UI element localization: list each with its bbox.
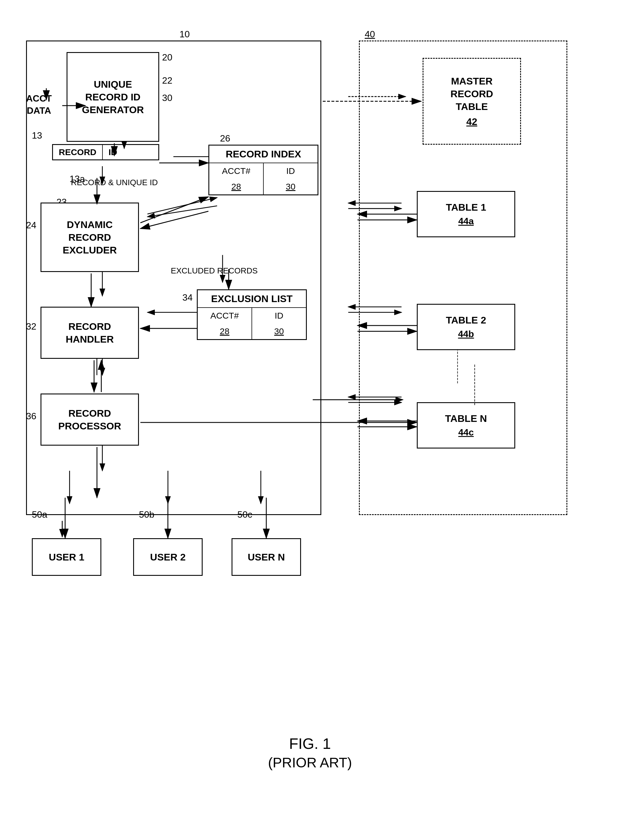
record-processor-box: RECORDPROCESSOR xyxy=(41,394,139,446)
ref-30-top-label: 30 xyxy=(162,93,173,103)
record-index-col1: ACCT# 28 xyxy=(209,163,264,194)
userN-box: USER N xyxy=(232,538,301,576)
ref-34-label: 34 xyxy=(182,292,193,303)
table2-box: TABLE 2 44b xyxy=(417,304,515,350)
ref-24-label: 24 xyxy=(26,220,36,231)
unique-record-id-generator-box: UNIQUERECORD IDGENERATOR xyxy=(66,52,159,142)
ref-50a-label: 50a xyxy=(32,509,47,520)
ref-26-label: 26 xyxy=(220,133,230,144)
record-handler-box: RECORDHANDLER xyxy=(41,307,139,359)
exclusion-list-col1: ACCT# 28 xyxy=(198,308,252,339)
exclusion-list-box: EXCLUSION LIST ACCT# 28 ID 30 xyxy=(197,289,307,340)
record-cell: RECORD xyxy=(53,145,103,159)
dynamic-record-excluder-box: DYNAMICRECORDEXCLUDER xyxy=(41,203,139,272)
record-id-row: RECORD ID xyxy=(52,144,159,160)
record-index-box: RECORD INDEX ACCT# 28 ID 30 xyxy=(208,145,318,195)
ref-13-label: 13 xyxy=(32,130,42,141)
ref-10-label: 10 xyxy=(179,29,190,40)
record-index-col2: ID 30 xyxy=(264,163,318,194)
exclusion-list-col2: ID 30 xyxy=(252,308,306,339)
ref-50c-label: 50c xyxy=(237,509,253,520)
id-cell: ID xyxy=(103,145,123,159)
record-unique-id-label: RECORD & UNIQUE ID xyxy=(71,178,158,187)
excluded-records-label: EXCLUDED RECORDS xyxy=(171,266,257,275)
tableN-box: TABLE N 44c xyxy=(417,402,515,448)
ref-36-label: 36 xyxy=(26,411,36,422)
user2-box: USER 2 xyxy=(133,538,203,576)
fig-caption: FIG. 1 (PRIOR ART) xyxy=(17,735,603,771)
acct-data-label: ACCTDATA xyxy=(26,93,52,117)
ref-20-label: 20 xyxy=(162,52,173,63)
user1-box: USER 1 xyxy=(32,538,101,576)
ref-32-label: 32 xyxy=(26,321,36,332)
ref-40-label: 40 xyxy=(365,29,375,40)
master-record-table-box: MASTERRECORDTABLE 42 xyxy=(423,58,521,145)
ref-22-label: 22 xyxy=(162,75,173,86)
table1-box: TABLE 1 44a xyxy=(417,191,515,237)
ref-50b-label: 50b xyxy=(139,509,154,520)
